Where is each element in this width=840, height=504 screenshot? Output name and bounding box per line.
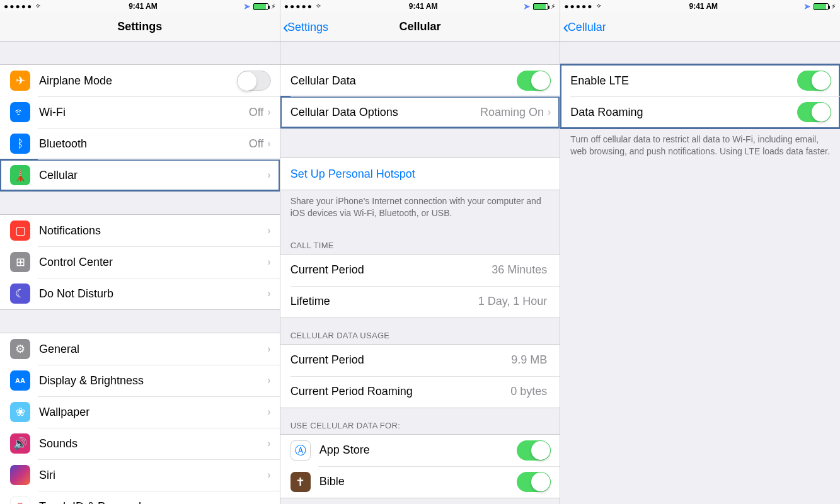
screen-cellular-options: ●●●●●ᯤ 9:41 AM ➤⚡︎ ‹Cellular Enable LTE … — [560, 0, 840, 504]
location-icon: ➤ — [523, 1, 531, 11]
row-label: Current Period — [291, 353, 512, 367]
row-label: Wallpaper — [39, 406, 267, 419]
row-label: Lifetime — [291, 295, 478, 308]
row-label: Display & Brightness — [39, 374, 267, 387]
bluetooth-icon: ᛒ — [10, 134, 30, 154]
back-label: Settings — [287, 21, 328, 34]
data-roaming-toggle[interactable] — [797, 102, 831, 122]
battery-icon — [814, 3, 829, 10]
charging-icon: ⚡︎ — [551, 3, 556, 11]
row-label: Bible — [319, 475, 517, 488]
row-label: Control Center — [39, 256, 267, 269]
row-label: Data Roaming — [570, 106, 797, 119]
nav-bar: ‹Settings Cellular — [280, 13, 560, 42]
siri-icon — [10, 465, 30, 485]
hotspot-note: Share your iPhone's Internet connection … — [280, 190, 560, 228]
row-bluetooth[interactable]: ᛒ Bluetooth Off › — [0, 128, 280, 159]
row-label: Cellular Data — [291, 74, 517, 88]
chevron-right-icon: › — [267, 501, 270, 504]
chevron-right-icon: › — [548, 106, 551, 118]
row-cellular[interactable]: 🗼 Cellular › — [0, 159, 280, 191]
airplane-toggle[interactable] — [237, 71, 271, 91]
nav-bar: Settings — [0, 13, 280, 42]
chevron-right-icon: › — [267, 375, 270, 386]
status-bar: ●●●●●ᯤ 9:41 AM ➤⚡︎ — [0, 0, 280, 13]
status-time: 9:41 AM — [409, 2, 438, 11]
row-bible[interactable]: ✝︎ Bible — [280, 466, 560, 498]
row-value: 36 Minutes — [492, 263, 547, 277]
sounds-icon: 🔊 — [10, 433, 30, 454]
row-enable-lte[interactable]: Enable LTE — [560, 65, 840, 96]
row-wallpaper[interactable]: ❀ Wallpaper › — [0, 396, 280, 428]
row-label: Airplane Mode — [39, 74, 237, 88]
row-label: Cellular Data Options — [291, 106, 480, 119]
row-general[interactable]: ⚙︎ General › — [0, 333, 280, 365]
page-title: Cellular — [399, 20, 440, 33]
row-label: Touch ID & Passcode — [39, 500, 267, 505]
row-touch-id[interactable]: ◉ Touch ID & Passcode › — [0, 491, 280, 504]
row-cellular-data[interactable]: Cellular Data — [280, 65, 560, 96]
app-store-icon: Ⓐ — [291, 440, 311, 461]
row-value: Off — [249, 137, 264, 151]
row-current-period-data[interactable]: Current Period 9.9 MB — [280, 345, 560, 376]
row-label: Notifications — [39, 224, 267, 238]
cellular-data-toggle[interactable] — [517, 71, 551, 91]
display-icon: AA — [10, 370, 30, 391]
row-app-store[interactable]: Ⓐ App Store — [280, 435, 560, 466]
chevron-right-icon: › — [267, 256, 270, 268]
location-icon: ➤ — [243, 1, 251, 11]
row-label: Current Period — [291, 263, 492, 277]
battery-icon — [533, 3, 548, 10]
cellular-icon: 🗼 — [10, 165, 30, 185]
row-wifi[interactable]: ᯤ Wi-Fi Off › — [0, 96, 280, 128]
row-do-not-disturb[interactable]: ☾ Do Not Disturb › — [0, 278, 280, 309]
row-label: Do Not Disturb — [39, 287, 267, 301]
page-title: Settings — [117, 20, 162, 33]
row-sounds[interactable]: 🔊 Sounds › — [0, 428, 280, 459]
bible-toggle[interactable] — [517, 472, 551, 492]
enable-lte-toggle[interactable] — [797, 71, 831, 91]
wifi-settings-icon: ᯤ — [10, 102, 30, 122]
row-label: Cellular — [39, 169, 267, 182]
row-personal-hotspot[interactable]: Set Up Personal Hotspot — [280, 158, 560, 190]
row-label: App Store — [319, 444, 517, 457]
screen-cellular: ●●●●●ᯤ 9:41 AM ➤⚡︎ ‹Settings Cellular Ce… — [280, 0, 561, 504]
chevron-right-icon: › — [267, 138, 270, 149]
chevron-right-icon: › — [267, 169, 270, 181]
row-lifetime[interactable]: Lifetime 1 Day, 1 Hour — [280, 286, 560, 318]
back-button[interactable]: ‹Settings — [283, 13, 328, 42]
row-label: Wi-Fi — [39, 106, 249, 119]
row-value: 0 bytes — [510, 385, 547, 398]
signal-dots-icon: ●●●●● — [284, 2, 313, 11]
row-value: Off — [249, 106, 264, 119]
row-cellular-data-options[interactable]: Cellular Data Options Roaming On › — [280, 96, 560, 128]
bible-app-icon: ✝︎ — [291, 472, 311, 492]
row-label: Set Up Personal Hotspot — [291, 168, 551, 181]
app-store-toggle[interactable] — [517, 440, 551, 461]
back-button[interactable]: ‹Cellular — [563, 13, 606, 42]
chevron-right-icon: › — [267, 225, 270, 236]
status-time: 9:41 AM — [129, 2, 158, 11]
moon-icon: ☾ — [10, 284, 30, 304]
back-label: Cellular — [568, 21, 606, 34]
screen-settings: ●●●●●ᯤ 9:41 AM ➤⚡︎ Settings ✈︎ Airplane … — [0, 0, 280, 504]
wifi-icon: ᯤ — [596, 2, 604, 11]
nav-bar: ‹Cellular — [560, 13, 840, 42]
data-usage-header: CELLULAR DATA USAGE — [280, 318, 560, 344]
row-label: Current Period Roaming — [291, 385, 511, 398]
row-data-roaming[interactable]: Data Roaming — [560, 96, 840, 128]
row-control-center[interactable]: ⊞ Control Center › — [0, 246, 280, 278]
wallpaper-icon: ❀ — [10, 402, 30, 422]
airplane-icon: ✈︎ — [10, 71, 30, 91]
battery-icon — [253, 3, 268, 10]
row-airplane-mode[interactable]: ✈︎ Airplane Mode — [0, 65, 280, 96]
notifications-icon: ▢ — [10, 220, 30, 241]
row-current-period-call[interactable]: Current Period 36 Minutes — [280, 255, 560, 286]
chevron-right-icon: › — [267, 106, 270, 118]
row-siri[interactable]: Siri › — [0, 459, 280, 491]
row-display-brightness[interactable]: AA Display & Brightness › — [0, 365, 280, 396]
call-time-header: CALL TIME — [280, 228, 560, 254]
row-notifications[interactable]: ▢ Notifications › — [0, 215, 280, 246]
row-current-period-roaming[interactable]: Current Period Roaming 0 bytes — [280, 376, 560, 408]
control-center-icon: ⊞ — [10, 252, 30, 272]
